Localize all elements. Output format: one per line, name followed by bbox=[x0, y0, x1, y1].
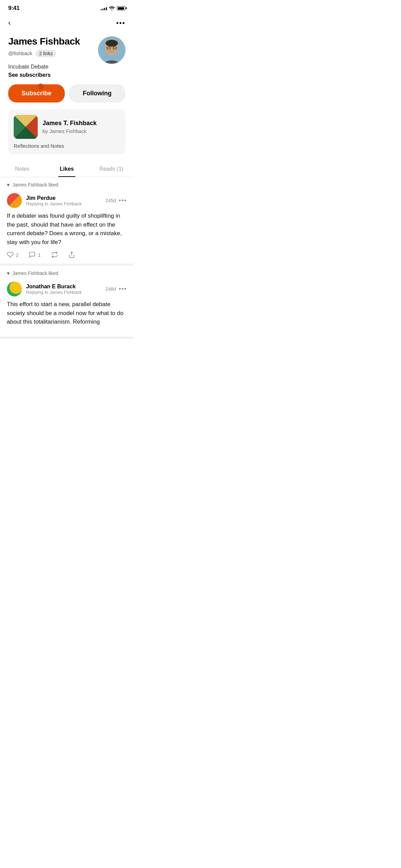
liked-text-1: James Fishback liked bbox=[12, 182, 58, 188]
post-text-1: If a debater was found guilty of shoplif… bbox=[7, 212, 127, 246]
post-text-2: This effort to start a new, parallel deb… bbox=[7, 300, 127, 326]
profile-header: James Fishback @fishback 2 links bbox=[8, 36, 125, 64]
following-button[interactable]: Following bbox=[69, 84, 125, 103]
post-reply-to-1: Replying to James Fishback bbox=[26, 201, 105, 206]
subscribe-button[interactable]: Subscribe bbox=[8, 84, 65, 103]
post-more-button-2[interactable]: ••• bbox=[119, 286, 127, 293]
liked-by-label-2: ♥ James Fishback liked bbox=[0, 266, 134, 278]
post-avatar-1 bbox=[7, 193, 22, 208]
like-action-1[interactable]: 2 bbox=[7, 251, 19, 258]
profile-bio: Incubate Debate bbox=[8, 64, 125, 70]
status-time: 9:41 bbox=[8, 5, 20, 12]
profile-name: James Fishback bbox=[8, 36, 98, 47]
liked-heart-icon-1: ♥ bbox=[7, 182, 10, 188]
post-time-more-1: 245d ••• bbox=[105, 197, 127, 204]
back-button[interactable]: ‹ bbox=[7, 17, 12, 29]
post-card-1: Jim Perdue Replying to James Fishback 24… bbox=[0, 190, 134, 266]
see-subscribers[interactable]: See subscribers bbox=[8, 72, 125, 78]
profile-info: James Fishback @fishback 2 links bbox=[8, 36, 98, 63]
tab-likes[interactable]: Likes bbox=[45, 161, 89, 177]
tab-notes[interactable]: Notes bbox=[0, 161, 45, 177]
post-time-1: 245d bbox=[105, 198, 116, 203]
post-time-2: 246d bbox=[105, 286, 116, 292]
svg-point-4 bbox=[106, 40, 118, 47]
post-author-name-2[interactable]: Jonathan E Burack bbox=[26, 284, 105, 290]
liked-by-label-1: ♥ James Fishback liked bbox=[0, 177, 134, 190]
post-actions-1: 2 1 bbox=[7, 251, 127, 258]
newsletter-title: James T. Fishback bbox=[42, 120, 97, 127]
post-avatar-2 bbox=[7, 281, 22, 297]
post-time-more-2: 246d ••• bbox=[105, 286, 127, 293]
status-icons bbox=[101, 6, 125, 11]
newsletter-description: Reflections and Notes bbox=[14, 143, 120, 149]
post-header-2: Jonathan E Burack Replying to James Fish… bbox=[7, 281, 127, 297]
share-action-1[interactable] bbox=[68, 251, 75, 258]
liked-text-2: James Fishback liked bbox=[12, 270, 58, 276]
wifi-icon bbox=[109, 6, 115, 11]
signal-icon bbox=[101, 6, 107, 10]
feed: ♥ James Fishback liked Jim Perdue Replyi… bbox=[0, 177, 134, 339]
newsletter-author: by James Fishback bbox=[42, 128, 97, 134]
post-reply-to-2: Replying to James Fishback bbox=[26, 290, 105, 295]
avatar bbox=[98, 36, 125, 64]
newsletter-header: James T. Fishback by James Fishback bbox=[14, 115, 120, 139]
nav-bar: ‹ ••• bbox=[0, 14, 134, 33]
post-author-row-1: Jim Perdue Replying to James Fishback bbox=[7, 193, 105, 208]
more-button[interactable]: ••• bbox=[115, 18, 127, 28]
post-card-2: Jonathan E Burack Replying to James Fish… bbox=[0, 278, 134, 339]
tabs: Notes Likes Reads (1) bbox=[0, 161, 134, 177]
battery-icon bbox=[117, 6, 125, 10]
newsletter-card[interactable]: James T. Fishback by James Fishback Refl… bbox=[8, 109, 125, 154]
post-header-1: Jim Perdue Replying to James Fishback 24… bbox=[7, 193, 127, 208]
profile-section: James Fishback @fishback 2 links bbox=[0, 33, 134, 154]
comment-action-1[interactable]: 1 bbox=[29, 251, 40, 258]
post-meta-1: Jim Perdue Replying to James Fishback bbox=[26, 195, 105, 206]
profile-handle: @fishback bbox=[8, 50, 32, 56]
comment-count-1: 1 bbox=[38, 252, 40, 258]
links-badge[interactable]: 2 links bbox=[36, 50, 56, 57]
status-bar: 9:41 bbox=[0, 0, 134, 14]
tab-reads[interactable]: Reads (1) bbox=[89, 161, 134, 177]
profile-meta: @fishback 2 links bbox=[8, 50, 98, 57]
like-count-1: 2 bbox=[16, 252, 19, 258]
post-author-name-1[interactable]: Jim Perdue bbox=[26, 195, 105, 201]
liked-heart-icon-2: ♥ bbox=[7, 270, 10, 276]
newsletter-details: James T. Fishback by James Fishback bbox=[42, 120, 97, 134]
repost-action-1[interactable] bbox=[51, 251, 58, 258]
action-buttons: Subscribe Following bbox=[8, 84, 125, 103]
newsletter-logo bbox=[14, 115, 38, 139]
post-meta-2: Jonathan E Burack Replying to James Fish… bbox=[26, 284, 105, 295]
post-author-row-2: Jonathan E Burack Replying to James Fish… bbox=[7, 281, 105, 297]
post-more-button-1[interactable]: ••• bbox=[119, 197, 127, 204]
